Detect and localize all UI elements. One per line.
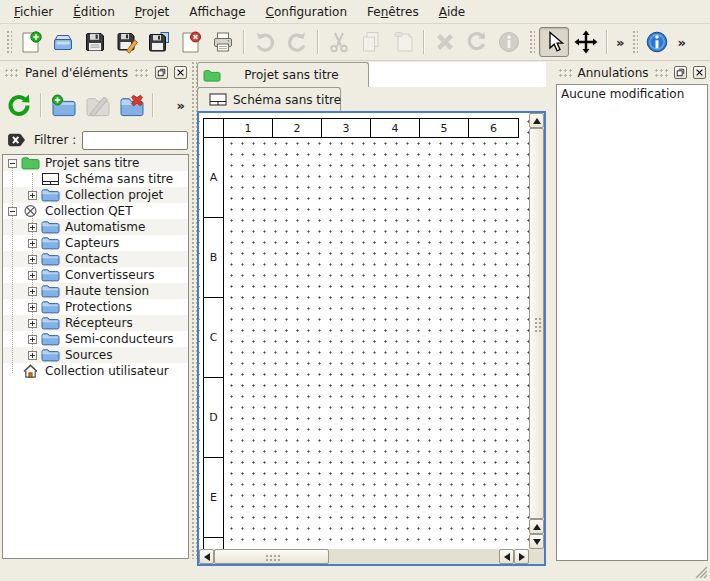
tree-item-label: Collection utilisateur	[45, 364, 169, 378]
about-qelectrotech-button[interactable]	[642, 27, 672, 57]
toolbar-handle[interactable]	[528, 29, 535, 55]
tree-expander-minus[interactable]	[8, 207, 17, 216]
tree-expander-plus[interactable]	[28, 319, 37, 328]
undo-button[interactable]	[250, 27, 280, 57]
refresh-icon	[6, 92, 33, 119]
save-icon	[83, 30, 107, 54]
save-as-button[interactable]	[112, 27, 142, 57]
delete-category-button[interactable]	[115, 89, 147, 121]
tree-item-recepteurs[interactable]: Récepteurs	[3, 315, 188, 331]
menu-item-fichier[interactable]: Fichier	[4, 2, 63, 22]
scroll-up-button[interactable]	[529, 113, 544, 128]
scroll-down-button[interactable]	[529, 534, 544, 549]
doc-close-icon	[179, 30, 203, 54]
info-gray-icon	[497, 30, 521, 54]
toolbar-overflow-button[interactable]: »	[673, 35, 689, 50]
dock-splitter[interactable]	[190, 62, 197, 559]
tree-expander-plus[interactable]	[28, 335, 37, 344]
diagram-row-E: E	[204, 458, 223, 538]
menu-item-aide[interactable]: Aide	[429, 2, 476, 22]
folder-icon	[41, 284, 60, 298]
qet-icon	[21, 204, 40, 218]
tree-item-label: Capteurs	[65, 236, 119, 250]
dock-close-button[interactable]	[174, 66, 187, 79]
new-document-button[interactable]	[16, 27, 46, 57]
toolbar-handle[interactable]	[631, 29, 638, 55]
redo-button[interactable]	[282, 27, 312, 57]
tree-item-collection-qet[interactable]: Collection QET	[3, 203, 188, 219]
tab-schema[interactable]: Schéma sans titre	[197, 87, 341, 111]
resize-grip-icon[interactable]	[695, 566, 708, 579]
tree-item-capteurs[interactable]: Capteurs	[3, 235, 188, 251]
horizontal-scrollbar[interactable]	[199, 549, 529, 564]
close-project-button[interactable]	[176, 27, 206, 57]
tree-item-sources[interactable]: Sources	[3, 347, 188, 363]
project-icon	[21, 156, 40, 170]
toolbar-overflow-button[interactable]: »	[173, 98, 189, 113]
save-all-button[interactable]	[144, 27, 174, 57]
tree-expander-plus[interactable]	[28, 287, 37, 296]
new-category-button[interactable]	[47, 89, 79, 121]
dock-restore-button[interactable]	[155, 66, 168, 79]
tree-item-protections[interactable]: Protections	[3, 299, 188, 315]
open-project-button[interactable]	[48, 27, 78, 57]
tree-item-collection-projet[interactable]: Collection projet	[3, 187, 188, 203]
tree-item-projet-sans-titre[interactable]: Projet sans titre	[3, 155, 188, 171]
menu-item-edition[interactable]: Édition	[63, 2, 125, 22]
tree-expander-plus[interactable]	[28, 223, 37, 232]
paste-button[interactable]	[388, 27, 418, 57]
menu-item-affichage[interactable]: Affichage	[179, 2, 255, 22]
clear-filter-button[interactable]	[6, 132, 28, 149]
elements-panel-title: Panel d'éléments	[25, 66, 128, 80]
menu-item-fenetres[interactable]: Fenêtres	[357, 2, 429, 22]
tree-expander-plus[interactable]	[28, 271, 37, 280]
tree-expander-plus[interactable]	[28, 239, 37, 248]
print-button[interactable]	[208, 27, 238, 57]
folder-edit-icon	[84, 92, 111, 119]
copy-button[interactable]	[356, 27, 386, 57]
element-information-button[interactable]	[494, 27, 524, 57]
filter-input[interactable]	[82, 131, 188, 150]
schema-canvas[interactable]: 123456 ABCDE	[199, 113, 529, 549]
tree-expander-minus[interactable]	[8, 159, 17, 168]
tree-expander-plus[interactable]	[28, 303, 37, 312]
horizontal-scroll-trough[interactable]	[329, 549, 499, 564]
dock-restore-button[interactable]	[674, 66, 687, 79]
tree-item-automatisme[interactable]: Automatisme	[3, 219, 188, 235]
tree-expander-plus[interactable]	[28, 191, 37, 200]
horizontal-scroll-thumb[interactable]	[214, 549, 329, 564]
cut-button[interactable]	[324, 27, 354, 57]
tree-item-convertisseurs[interactable]: Convertisseurs	[3, 267, 188, 283]
pan-mode-button[interactable]	[571, 27, 601, 57]
rotate-button[interactable]	[462, 27, 492, 57]
tree-item-contacts[interactable]: Contacts	[3, 251, 188, 267]
scroll-left-button[interactable]	[199, 549, 214, 564]
scroll-left-button-2[interactable]	[499, 549, 514, 564]
delete-button[interactable]	[430, 27, 460, 57]
tree-item-haute-tension[interactable]: Haute tension	[3, 283, 188, 299]
tree-expander-plus[interactable]	[28, 255, 37, 264]
undo-list-item[interactable]: Aucune modification	[557, 85, 707, 103]
schema-view: 123456 ABCDE	[197, 111, 546, 566]
tree-item-schema-sans-titre[interactable]: Schéma sans titre	[3, 171, 188, 187]
elements-panel-titlebar: Panel d'éléments	[2, 62, 189, 83]
tab-project[interactable]: Projet sans titre	[197, 62, 369, 87]
diagram-row-D: D	[204, 378, 223, 458]
scroll-up-button-2[interactable]	[529, 519, 544, 534]
menu-item-projet[interactable]: Projet	[125, 2, 179, 22]
tree-item-semi-conducteurs[interactable]: Semi-conducteurs	[3, 331, 188, 347]
scroll-right-button[interactable]	[514, 549, 529, 564]
tree-item-collection-utilisateur[interactable]: Collection utilisateur	[3, 363, 188, 379]
toolbar-handle[interactable]	[5, 29, 12, 55]
dock-close-button[interactable]	[693, 66, 706, 79]
tree-expander-plus[interactable]	[28, 351, 37, 360]
toolbar-overflow-button[interactable]: »	[612, 35, 628, 50]
vertical-scroll-thumb[interactable]	[529, 128, 544, 519]
redo-icon	[285, 30, 309, 54]
edit-category-button[interactable]	[81, 89, 113, 121]
save-button[interactable]	[80, 27, 110, 57]
select-mode-button[interactable]	[539, 27, 569, 57]
reload-collections-button[interactable]	[3, 89, 35, 121]
vertical-scrollbar[interactable]	[529, 113, 544, 549]
menu-item-configuration[interactable]: Configuration	[256, 2, 357, 22]
